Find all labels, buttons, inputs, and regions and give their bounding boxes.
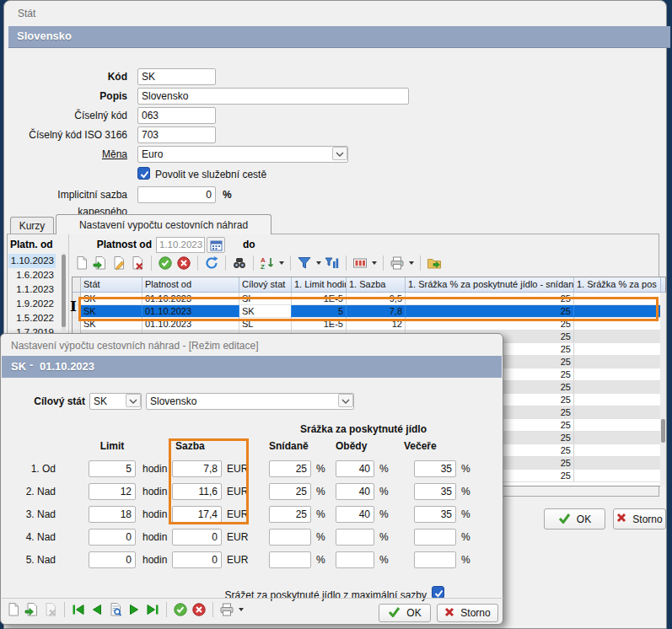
validity-list-scrollbar[interactable] — [62, 253, 66, 331]
print-icon[interactable] — [219, 602, 234, 617]
columns-dropdown-arrow-icon[interactable] — [372, 261, 377, 265]
limit-input[interactable] — [89, 506, 136, 523]
cilovy-stat-dropdown-button[interactable] — [126, 394, 141, 407]
grid-cell[interactable] — [574, 368, 661, 381]
vecere-input[interactable] — [414, 483, 456, 500]
print-dropdown-arrow-icon[interactable] — [239, 608, 244, 611]
snidane-input[interactable] — [269, 483, 311, 500]
first-record-icon[interactable] — [71, 602, 86, 617]
mena-combobox[interactable] — [137, 146, 348, 163]
grid-cell[interactable] — [574, 470, 661, 482]
grid-column-header[interactable]: Stát — [81, 277, 142, 292]
grid-cell[interactable] — [574, 343, 661, 356]
main-ok-button[interactable]: OK — [544, 508, 605, 530]
vecere-input[interactable] — [414, 529, 456, 546]
next-record-icon[interactable] — [126, 602, 142, 617]
iso-kod-input[interactable] — [137, 126, 216, 143]
print-dropdown-arrow-icon[interactable] — [409, 261, 414, 265]
mena-dropdown-button[interactable] — [332, 147, 347, 160]
grid-column-header[interactable]: 1. Limit hodin — [292, 277, 347, 292]
sort-az-icon[interactable]: AZ — [260, 255, 275, 271]
validity-date-item[interactable]: 1.1.2023 — [8, 282, 56, 297]
scrollbar-thumb[interactable] — [62, 255, 66, 327]
grid-cell[interactable] — [574, 394, 661, 406]
grid-cell[interactable] — [574, 356, 661, 368]
vecere-input[interactable] — [414, 551, 456, 568]
grid-cell[interactable] — [574, 381, 661, 394]
cilovy-stat-combobox[interactable] — [89, 393, 142, 410]
cancel-changes-icon[interactable] — [176, 255, 191, 271]
cilovy-stat-name-dropdown-button[interactable] — [338, 394, 353, 407]
search-icon[interactable] — [232, 255, 247, 271]
obedy-input[interactable] — [336, 460, 374, 477]
grid-cell[interactable] — [574, 331, 661, 343]
insert-record-icon[interactable] — [24, 602, 40, 617]
kapesne-input[interactable] — [137, 186, 216, 203]
filter-icon[interactable] — [297, 255, 312, 271]
grid-cell[interactable] — [574, 457, 661, 470]
last-record-icon[interactable] — [145, 602, 160, 617]
insert-record-icon[interactable] — [93, 255, 108, 271]
grid-column-header[interactable]: 1. Srážka % za poskytnuté jídlo - snídan… — [406, 277, 574, 292]
tab-nahrady[interactable]: Nastavení vypočtu cestovních náhrad — [56, 214, 271, 234]
validity-date-item[interactable]: 1.9.2022 — [8, 297, 56, 311]
grid-column-header[interactable]: Cílový stat — [239, 277, 292, 292]
snidane-input[interactable] — [269, 460, 311, 477]
grid-column-header[interactable]: 1. Srážka % za pos — [574, 277, 661, 292]
grid-cell[interactable] — [574, 444, 661, 457]
print-icon[interactable] — [390, 255, 405, 271]
grid-cell[interactable] — [574, 432, 661, 444]
dialog-ok-button[interactable]: OK — [379, 604, 431, 622]
refresh-icon[interactable] — [204, 255, 219, 271]
limit-input[interactable] — [89, 460, 136, 477]
sort-dropdown-arrow-icon[interactable] — [279, 261, 284, 265]
archive-export-icon[interactable] — [427, 255, 442, 271]
grid-cell[interactable] — [574, 419, 661, 432]
ciselny-kod-input[interactable] — [137, 107, 216, 124]
platnost-od-input[interactable]: 1.10.2023 — [156, 237, 205, 253]
cilovy-stat-name-combobox[interactable] — [146, 393, 354, 410]
deduct-max-rate-checkbox[interactable] — [432, 586, 444, 599]
delete-record-icon[interactable] — [130, 255, 145, 271]
obedy-input[interactable] — [336, 506, 374, 523]
limit-input[interactable] — [89, 483, 136, 500]
dialog-storno-button[interactable]: Storno — [437, 604, 498, 622]
sazba-input[interactable] — [172, 529, 222, 546]
grid-column-header[interactable]: 1. Sazba — [347, 277, 406, 292]
grid-scrollbar-thumb[interactable] — [661, 419, 665, 443]
accept-changes-icon[interactable] — [158, 255, 173, 271]
calendar-button[interactable] — [207, 237, 225, 253]
filter-dropdown-arrow-icon[interactable] — [316, 261, 321, 265]
cancel-changes-icon[interactable] — [191, 602, 207, 617]
snidane-input[interactable] — [269, 551, 311, 568]
columns-icon[interactable] — [352, 255, 368, 271]
delete-record-icon[interactable] — [43, 602, 58, 617]
edit-record-icon[interactable] — [111, 255, 126, 271]
povolit-checkbox[interactable] — [137, 167, 150, 180]
new-record-icon[interactable] — [74, 255, 89, 271]
grid-cell[interactable] — [574, 406, 661, 419]
limit-input[interactable] — [89, 551, 136, 568]
cilovy-stat-name-input[interactable] — [146, 393, 354, 410]
validity-date-item[interactable]: 1.6.2023 — [8, 268, 56, 282]
obedy-input[interactable] — [336, 529, 374, 546]
snidane-input[interactable] — [269, 529, 311, 546]
tab-kurzy[interactable]: Kurzy — [10, 217, 54, 234]
filter-analysis-icon[interactable] — [325, 255, 340, 271]
view-record-icon[interactable] — [108, 602, 123, 617]
main-storno-button[interactable]: Storno — [613, 508, 666, 530]
new-record-icon[interactable] — [6, 602, 21, 617]
validity-date-item[interactable]: 1.5.2022 — [8, 311, 56, 325]
obedy-input[interactable] — [336, 483, 374, 500]
limit-input[interactable] — [89, 529, 136, 546]
grid-column-header[interactable]: Platnost od — [142, 277, 239, 292]
popis-input[interactable] — [137, 88, 409, 105]
kod-input[interactable] — [137, 68, 216, 85]
vecere-input[interactable] — [414, 460, 456, 477]
sazba-input[interactable] — [172, 551, 222, 568]
obedy-input[interactable] — [336, 551, 374, 568]
accept-changes-icon[interactable] — [173, 602, 188, 617]
vecere-input[interactable] — [414, 506, 456, 523]
mena-input[interactable] — [137, 146, 348, 163]
previous-record-icon[interactable] — [89, 602, 105, 617]
